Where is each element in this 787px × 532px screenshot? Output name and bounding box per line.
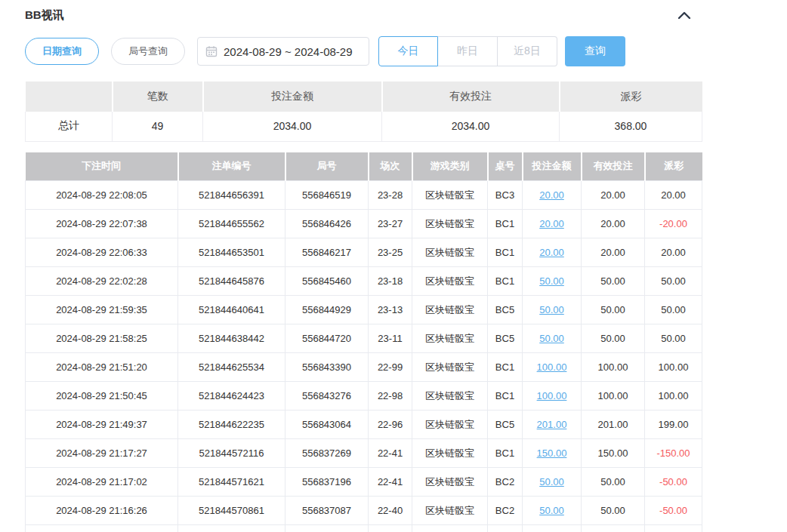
cell-bet-amount: 50.00 [523,324,582,353]
cell-game-type: 区块链骰宝 [412,210,488,238]
bet-amount-link[interactable]: 50.00 [539,505,564,516]
cell-valid-bet: 50.00 [582,497,645,525]
cell-payout: 50.00 [645,267,702,296]
cell-bet-time: 2024-08-29 22:08:05 [26,181,178,210]
query-mode-tabs: 日期查询局号查询 [25,38,197,65]
cell-round-id: 556843276 [285,382,369,411]
cell-game-type: 区块链骰宝 [412,238,488,267]
cell-order-id: 521844656391 [178,181,285,210]
bet-amount-link[interactable]: 201.00 [537,419,567,430]
cell-bet-amount: 20.00 [523,238,582,267]
table-row: 2024-08-29 21:17:02521844571621556837196… [26,468,702,497]
cell-bet-time: 2024-08-29 21:17:27 [26,439,178,468]
cell-round-id: 556837087 [285,497,369,525]
cell-order-id: 521844638442 [178,324,285,353]
page-title: BB视讯 [25,8,64,23]
col-header-game-type: 游戏类别 [412,152,488,181]
chevron-up-icon [677,11,691,20]
cell-session: 22-98 [369,382,412,411]
bet-amount-link[interactable]: 150.00 [537,447,567,459]
cell-bet-time: 2024-08-29 21:17:02 [26,468,178,497]
cell-order-id: 521844625534 [178,353,285,382]
cell-table-id: BC1 [488,238,523,267]
query-mode-tab-date[interactable]: 日期查询 [25,38,99,65]
summary-col-header [26,81,113,112]
cell-round-id: 556846217 [285,238,369,267]
cell-round-id: 556846519 [285,181,369,210]
bet-amount-link[interactable]: 100.00 [537,390,567,401]
cell-round-id: 556844720 [285,324,369,353]
cell-session: 23-27 [369,210,412,238]
quick-range-0[interactable]: 今日 [378,36,438,66]
cell-order-id: 521844570861 [178,497,285,525]
cell-table-id: BC1 [488,353,523,382]
cell-valid-bet: 50.00 [582,324,645,353]
table-row [26,525,702,532]
summary-col-header: 有效投注 [382,81,560,112]
cell-payout: 199.00 [645,411,702,439]
query-button[interactable]: 查询 [565,36,625,66]
cell-bet-amount: 50.00 [523,267,582,296]
table-row: 2024-08-29 21:58:25521844638442556844720… [26,324,702,353]
cell-payout: -20.00 [645,210,702,238]
cell-bet-amount: 20.00 [523,210,582,238]
query-mode-tab-round[interactable]: 局号查询 [111,38,185,65]
cell-payout: 50.00 [645,296,702,324]
cell-valid-bet: 100.00 [582,382,645,411]
cell-round-id [285,525,369,532]
table-row: 2024-08-29 22:07:38521844655562556846426… [26,210,702,238]
bet-amount-link[interactable]: 20.00 [539,189,564,201]
cell-order-id: 521844655562 [178,210,285,238]
bet-amount-link[interactable]: 20.00 [539,247,564,258]
summary-cell: 2034.00 [203,112,382,141]
cell-table-id: BC1 [488,439,523,468]
summary-col-header: 派彩 [560,81,702,112]
cell-bet-time: 2024-08-29 22:06:33 [26,238,178,267]
cell-session [369,525,412,532]
cell-payout: 20.00 [645,238,702,267]
cell-bet-time: 2024-08-29 21:49:37 [26,411,178,439]
bet-amount-link[interactable]: 50.00 [539,476,564,487]
cell-order-id: 521844645876 [178,267,285,296]
cell-session: 22-40 [369,497,412,525]
cell-bet-time: 2024-08-29 21:59:35 [26,296,178,324]
cell-session: 22-99 [369,353,412,382]
cell-table-id: BC3 [488,181,523,210]
bet-amount-link[interactable]: 50.00 [539,275,564,287]
bet-amount-link[interactable]: 100.00 [537,361,567,373]
cell-payout: 100.00 [645,382,702,411]
cell-bet-time: 2024-08-29 21:58:25 [26,324,178,353]
cell-bet-time: 2024-08-29 21:50:45 [26,382,178,411]
summary-total-row: 总计492034.002034.00368.00 [26,112,702,141]
cell-table-id: BC5 [488,411,523,439]
quick-range-1[interactable]: 昨日 [438,36,498,66]
cell-bet-time: 2024-08-29 22:02:28 [26,267,178,296]
table-row: 2024-08-29 22:06:33521844653501556846217… [26,238,702,267]
bet-amount-link[interactable]: 20.00 [539,218,564,229]
table-row: 2024-08-29 22:02:28521844645876556845460… [26,267,702,296]
cell-game-type: 区块链骰宝 [412,296,488,324]
bb-video-panel: BB视讯 日期查询局号查询 [0,0,787,532]
cell-game-type: 区块链骰宝 [412,267,488,296]
summary-cell: 368.00 [560,112,702,141]
cell-game-type: 区块链骰宝 [412,497,488,525]
cell-bet-amount: 201.00 [523,411,582,439]
collapse-button[interactable] [677,11,691,20]
bet-amount-link[interactable]: 50.00 [539,304,564,315]
toolbar: 日期查询局号查询 2024-08-29 ~ 2024-08-29 今日昨日近8日… [25,36,787,66]
cell-valid-bet: 50.00 [582,267,645,296]
date-range-input[interactable]: 2024-08-29 ~ 2024-08-29 [197,37,369,66]
col-header-session: 场次 [369,152,412,181]
cell-session: 23-11 [369,324,412,353]
cell-table-id: BC1 [488,382,523,411]
table-row: 2024-08-29 21:51:20521844625534556843390… [26,353,702,382]
quick-range-group: 今日昨日近8日 [378,36,557,66]
table-row: 2024-08-29 21:16:26521844570861556837087… [26,497,702,525]
quick-range-2[interactable]: 近8日 [498,36,557,66]
cell-session: 22-41 [369,468,412,497]
records-table: 下注时间注单编号局号场次游戏类别桌号投注金额有效投注派彩 2024-08-29 … [25,152,702,532]
cell-valid-bet: 20.00 [582,238,645,267]
cell-payout: -50.00 [645,468,702,497]
col-header-table-id: 桌号 [488,152,523,181]
bet-amount-link[interactable]: 50.00 [539,333,564,344]
